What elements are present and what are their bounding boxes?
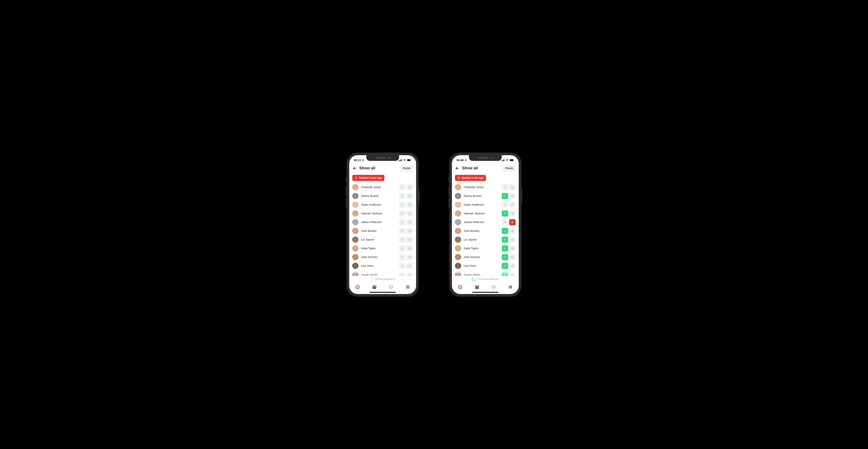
cross-button[interactable] [406, 202, 413, 208]
notch [366, 155, 399, 161]
person-row[interactable]: Susan Jones [455, 270, 516, 276]
check-button[interactable] [399, 202, 406, 208]
finish-button[interactable]: Finish [400, 165, 413, 171]
people-list[interactable]: Charlotte JonesDanny BuxtonDylan Anderso… [349, 183, 416, 276]
tab-shield[interactable] [388, 284, 394, 290]
check-button[interactable] [502, 202, 508, 208]
person-row[interactable]: Charlotte Jones [455, 183, 516, 191]
person-name: Charlotte Jones [464, 186, 499, 189]
cross-button[interactable] [509, 184, 516, 190]
back-button[interactable] [352, 166, 357, 171]
back-button[interactable] [455, 166, 460, 171]
cross-button[interactable] [406, 228, 413, 234]
cross-button[interactable] [509, 271, 516, 276]
person-row[interactable]: Lin Jayme [455, 235, 516, 244]
tab-calendar[interactable] [372, 284, 377, 290]
tab-clock[interactable] [355, 284, 361, 290]
cross-button[interactable] [406, 236, 413, 243]
check-button[interactable] [399, 211, 406, 217]
check-button[interactable] [399, 193, 406, 199]
person-row[interactable]: Danny Buxton [455, 192, 516, 200]
home-indicator[interactable] [370, 292, 396, 293]
cross-button[interactable] [509, 254, 516, 260]
row-actions [399, 184, 413, 190]
check-button[interactable] [399, 219, 406, 225]
person-row[interactable]: Katie Taylor [455, 244, 516, 253]
person-row[interactable]: Josh Buxton [455, 227, 516, 235]
tab-calendar[interactable] [474, 284, 480, 290]
cross-button[interactable] [509, 245, 516, 252]
check-button[interactable] [399, 245, 406, 252]
check-button[interactable] [502, 184, 508, 190]
check-button[interactable] [399, 271, 406, 276]
person-row[interactable]: Julie Smores [352, 253, 413, 261]
check-button[interactable] [502, 245, 508, 252]
cross-button[interactable] [406, 263, 413, 269]
person-name: Danny Buxton [361, 194, 397, 197]
cross-button[interactable] [406, 211, 413, 217]
progress-ring-icon [471, 277, 476, 281]
cross-button[interactable] [406, 245, 413, 252]
person-row[interactable]: Dylan Anderson [455, 201, 516, 209]
check-icon [503, 212, 506, 215]
cross-button[interactable] [406, 254, 413, 260]
check-button[interactable] [502, 193, 508, 199]
cross-button[interactable] [509, 236, 516, 243]
person-row[interactable]: Julie Smores [455, 253, 516, 261]
cross-button[interactable] [406, 184, 413, 190]
progress-label: 0% accounted for [375, 278, 395, 281]
check-button[interactable] [502, 236, 508, 243]
person-row[interactable]: James Peterson [352, 218, 413, 226]
home-indicator[interactable] [472, 292, 498, 293]
person-row[interactable]: Dylan Anderson [352, 201, 413, 209]
check-button[interactable] [399, 254, 406, 260]
person-row[interactable]: Josh Buxton [352, 227, 413, 235]
cross-icon [408, 247, 411, 250]
check-button[interactable] [399, 228, 406, 234]
person-row[interactable]: Lin Jayme [352, 235, 413, 244]
check-button[interactable] [502, 263, 508, 269]
cross-button[interactable] [509, 263, 516, 269]
row-actions [399, 254, 413, 260]
cross-button[interactable] [509, 211, 516, 217]
finish-button[interactable]: Finish [503, 165, 516, 171]
check-button[interactable] [502, 219, 508, 225]
check-button[interactable] [502, 211, 508, 217]
avatar [455, 263, 461, 269]
phone-mock-2: 10:48 Show all Finish Started 1 min ago … [449, 153, 521, 297]
check-button[interactable] [399, 236, 406, 243]
cross-button[interactable] [406, 271, 413, 276]
check-button[interactable] [502, 254, 508, 260]
person-row[interactable]: Katie Taylor [352, 244, 413, 253]
cross-button[interactable] [406, 219, 413, 225]
speaker [376, 157, 386, 158]
person-row[interactable]: Danny Buxton [352, 192, 413, 200]
person-row[interactable]: Charlotte Jones [352, 183, 413, 191]
person-row[interactable]: Lisa Sims [352, 262, 413, 270]
svg-point-15 [375, 288, 375, 288]
cross-button[interactable] [509, 219, 516, 225]
avatar [455, 271, 461, 276]
check-button[interactable] [502, 228, 508, 234]
person-row[interactable]: Lisa Sims [455, 262, 516, 270]
check-button[interactable] [399, 263, 406, 269]
person-row[interactable]: Susan Jones [352, 270, 413, 276]
cross-button[interactable] [406, 193, 413, 199]
cross-button[interactable] [509, 193, 516, 199]
volume-down-button [346, 198, 347, 208]
tab-shield[interactable] [491, 284, 496, 290]
tab-clock[interactable] [457, 284, 463, 290]
check-button[interactable] [399, 184, 406, 190]
avatar [352, 236, 359, 243]
people-list[interactable]: Charlotte JonesDanny BuxtonDylan Anderso… [452, 183, 519, 276]
cross-button[interactable] [509, 228, 516, 234]
person-row[interactable]: James Peterson [455, 218, 516, 226]
check-icon [401, 186, 404, 189]
svg-point-26 [476, 287, 476, 287]
tab-menu[interactable] [405, 284, 411, 290]
tab-menu[interactable] [507, 284, 513, 290]
person-row[interactable]: Hannah Jackson [455, 209, 516, 218]
cross-button[interactable] [509, 202, 516, 208]
check-button[interactable] [502, 271, 508, 276]
person-row[interactable]: Hannah Jackson [352, 209, 413, 218]
